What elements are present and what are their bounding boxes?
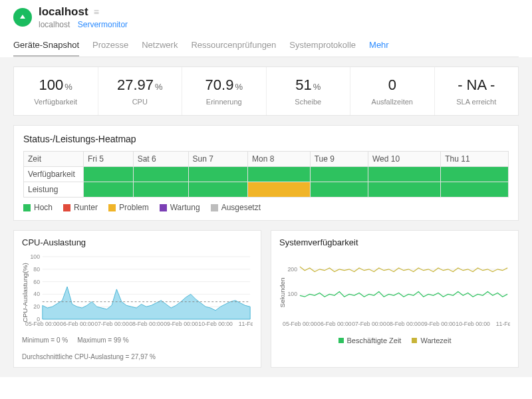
heatmap-cell[interactable] — [248, 167, 311, 182]
heatmap-title: Status-/Leistungs-Heatmap — [23, 134, 509, 144]
tab-prozesse[interactable]: Prozesse — [92, 36, 128, 57]
heatmap-cell[interactable] — [133, 167, 188, 182]
svg-text:08-Feb 00:00: 08-Feb 00:00 — [129, 321, 164, 327]
cpu-max: Maximum = 99 % — [77, 336, 129, 344]
svg-text:60: 60 — [33, 278, 40, 285]
cpu-min: Minimum = 0 % — [22, 336, 68, 344]
heatmap-cell[interactable] — [133, 182, 188, 198]
heatmap-cell[interactable] — [368, 182, 440, 198]
heatmap-cell[interactable] — [441, 182, 509, 198]
metric-sla erreicht: - NA -SLA erreicht — [435, 67, 519, 115]
subtitle-host: localhost — [39, 20, 70, 29]
metric-scheibe: 51%Scheibe — [267, 67, 351, 115]
menu-icon[interactable]: ≡ — [94, 7, 99, 17]
heatmap-cell[interactable] — [188, 182, 248, 198]
svg-text:11-Feb 0: 11-Feb 0 — [496, 321, 510, 327]
availability-chart-card: Systemverfügbarkeit 100200Sekunden05-Feb… — [271, 230, 519, 368]
heatmap-cell[interactable] — [84, 182, 134, 198]
svg-text:07-Feb 00:00: 07-Feb 00:00 — [94, 321, 129, 327]
metric-erinnerung: 70.9%Erinnerung — [182, 67, 267, 115]
svg-text:Sekunden: Sekunden — [279, 277, 286, 307]
legend-busy: Beschäftigte Zeit — [338, 336, 402, 344]
tab-geräte-snapshot[interactable]: Geräte-Snapshot — [13, 36, 79, 57]
metric-verfügbarkeit: 100%Verfügbarkeit — [14, 67, 98, 115]
tab-bar: Geräte-SnapshotProzesseNetzwerkRessource… — [13, 36, 519, 57]
legend-ausgesetzt: Ausgesetzt — [211, 203, 261, 212]
metrics-card: 100%Verfügbarkeit27.97%CPU70.9%Erinnerun… — [13, 66, 519, 116]
tab-mehr[interactable]: Mehr — [369, 36, 389, 57]
svg-text:200: 200 — [288, 266, 298, 273]
avail-chart-title: Systemverfügbarkeit — [279, 237, 510, 247]
heatmap-cell[interactable] — [310, 167, 368, 182]
svg-text:CPU-Auslastung(%): CPU-Auslastung(%) — [22, 263, 29, 322]
svg-text:05-Feb 00:00: 05-Feb 00:00 — [25, 321, 60, 327]
svg-text:05-Feb 00:00: 05-Feb 00:00 — [283, 321, 317, 327]
svg-text:10-Feb 00:00: 10-Feb 00:00 — [198, 321, 233, 327]
svg-text:09-Feb 00:00: 09-Feb 00:00 — [164, 321, 198, 327]
svg-text:10-Feb 00:00: 10-Feb 00:00 — [456, 321, 490, 327]
legend-wartung: Wartung — [160, 203, 200, 212]
heatmap-cell[interactable] — [310, 182, 368, 198]
svg-text:100: 100 — [31, 253, 41, 260]
heatmap-table: ZeitFri 5Sat 6Sun 7Mon 8Tue 9Wed 10Thu 1… — [23, 151, 509, 198]
status-up-icon — [13, 8, 32, 27]
heatmap-cell[interactable] — [188, 167, 248, 182]
svg-text:20: 20 — [33, 303, 40, 310]
tab-netzwerk[interactable]: Netzwerk — [142, 36, 178, 57]
cpu-chart-title: CPU-Auslastung — [22, 237, 253, 247]
svg-text:80: 80 — [33, 266, 40, 273]
svg-text:07-Feb 00:00: 07-Feb 00:00 — [352, 321, 386, 327]
heatmap-cell[interactable] — [368, 167, 440, 182]
svg-text:40: 40 — [33, 291, 40, 297]
metric-ausfallzeiten: 0Ausfallzeiten — [350, 67, 435, 115]
metric-cpu: 27.97%CPU — [98, 67, 183, 115]
heatmap-cell[interactable] — [84, 167, 134, 182]
page-title: localhost — [39, 5, 88, 19]
legend-problem: Problem — [108, 203, 149, 212]
svg-text:100: 100 — [288, 291, 298, 297]
legend-hoch: Hoch — [23, 203, 53, 212]
svg-text:06-Feb 00:00: 06-Feb 00:00 — [317, 321, 352, 327]
heatmap-cell[interactable] — [248, 182, 311, 198]
svg-text:09-Feb 00:00: 09-Feb 00:00 — [421, 321, 456, 327]
tab-systemprotokolle[interactable]: Systemprotokolle — [289, 36, 356, 57]
cpu-avg: Durchschnittliche CPU-Auslastung = 27,97… — [22, 353, 156, 360]
legend-wait: Wartezeit — [412, 336, 451, 344]
svg-text:11-Feb 0: 11-Feb 0 — [239, 321, 253, 327]
heatmap-card: Status-/Leistungs-Heatmap ZeitFri 5Sat 6… — [13, 125, 519, 221]
subtitle-link[interactable]: Servermonitor — [78, 20, 128, 29]
tab-ressourcenprüfungen[interactable]: Ressourcenprüfungen — [191, 36, 276, 57]
cpu-chart-card: CPU-Auslastung 020406080100CPU-Auslastun… — [13, 230, 261, 368]
legend-runter: Runter — [63, 203, 98, 212]
svg-text:06-Feb 00:00: 06-Feb 00:00 — [60, 321, 94, 327]
heatmap-cell[interactable] — [441, 167, 509, 182]
svg-text:08-Feb 00:00: 08-Feb 00:00 — [386, 321, 421, 327]
